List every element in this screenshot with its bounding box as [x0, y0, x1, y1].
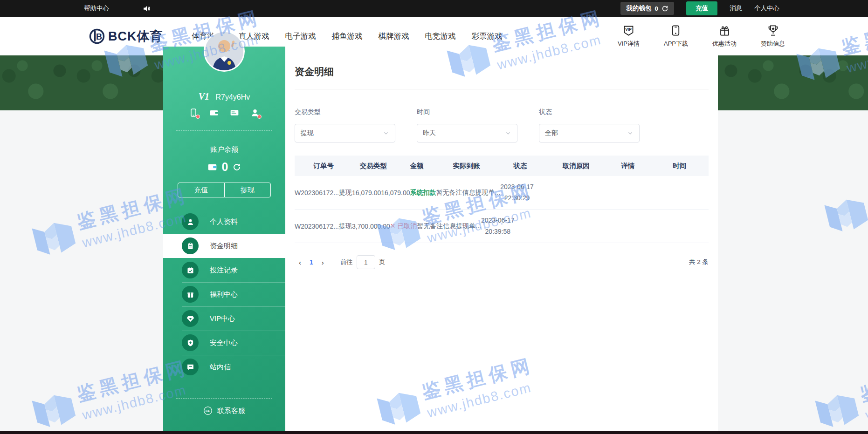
- balance-wallet-icon: [207, 162, 217, 172]
- prev-page-button[interactable]: ‹: [295, 258, 305, 266]
- funds-detail-panel: 资金明细 交易类型 提现 时间 昨天 状态: [285, 50, 718, 431]
- phone-verified-icon[interactable]: [189, 108, 198, 117]
- site-logo[interactable]: B BCK体育: [89, 28, 163, 45]
- next-page-button[interactable]: ›: [317, 258, 328, 266]
- amount: 3,700.00: [352, 223, 378, 230]
- detail-link[interactable]: 提现单...: [475, 189, 501, 197]
- security-shield-icon: [182, 334, 199, 351]
- sidebar-item-label: 站内信: [210, 363, 231, 372]
- sidebar-item-profile[interactable]: 个人资料: [163, 210, 285, 234]
- vip-diamond-icon: [182, 310, 199, 327]
- detail-link[interactable]: 提现单...: [456, 222, 481, 231]
- time: 22:30:29: [500, 193, 534, 203]
- time: 20:39:58: [481, 226, 515, 237]
- app-download-icon: [669, 24, 682, 37]
- nav-fishing[interactable]: 捕鱼游戏: [332, 31, 363, 41]
- nav-slots[interactable]: 电子游戏: [285, 31, 316, 41]
- transaction-type: 提现: [339, 222, 352, 231]
- funds-table: 订单号 交易类型 金额 实际到账 状态 取消原因 详情 时间 W20230617…: [295, 156, 709, 243]
- messages-link[interactable]: 消息: [730, 4, 742, 13]
- sidebar-item-bet-records[interactable]: 投注记录: [163, 258, 285, 282]
- status-badge: 系统扣款: [410, 189, 436, 197]
- filters-row: 交易类型 提现 时间 昨天 状态 全部: [295, 108, 709, 142]
- actual-amount: 0.00: [377, 223, 390, 230]
- filter-time: 时间 昨天: [417, 108, 517, 142]
- watermark: 鉴黑担保网www.jhdb8.com: [818, 158, 868, 241]
- sidebar-divider: [176, 398, 272, 399]
- sidebar-item-welfare[interactable]: 福利中心: [163, 282, 285, 306]
- sponsor-info-item[interactable]: 赞助信息: [761, 24, 785, 48]
- total-count: 共 2 条: [689, 258, 709, 266]
- vip-level-badge: V1: [199, 91, 209, 102]
- recharge-button[interactable]: 充值: [686, 1, 717, 15]
- nav-esports[interactable]: 电竞游戏: [425, 31, 456, 41]
- balance-actions: 充值 提现: [178, 183, 271, 197]
- bet-record-icon: [182, 262, 199, 278]
- sidebar-item-label: 安全中心: [210, 339, 238, 347]
- nav-lottery[interactable]: 彩票游戏: [472, 31, 503, 41]
- chevron-down-icon: [505, 130, 511, 136]
- refresh-wallet-icon[interactable]: [661, 5, 668, 12]
- actual-amount: 16,079.00: [381, 189, 410, 197]
- select-value: 昨天: [423, 129, 436, 137]
- help-center-link[interactable]: 帮助中心: [84, 4, 109, 13]
- my-wallet-pill[interactable]: 我的钱包 0: [620, 2, 674, 15]
- sidebar-item-label: 个人资料: [210, 217, 238, 226]
- col-header: 交易类型: [352, 162, 394, 170]
- sidebar-divider: [176, 130, 272, 131]
- logo-b-icon: B: [89, 28, 105, 45]
- sidebar-item-vip-center[interactable]: VIP中心: [163, 306, 285, 331]
- order-number: W202306172...: [295, 223, 339, 230]
- user-row: V1 R7y4y6Hv: [163, 91, 285, 102]
- speaker-icon[interactable]: [143, 5, 151, 13]
- refresh-balance-icon[interactable]: [233, 163, 241, 171]
- identity-verified-icon[interactable]: [250, 108, 260, 117]
- vip-detail-item[interactable]: VIP VIP详情: [618, 24, 640, 48]
- inbox-message-icon: [182, 359, 199, 375]
- nav-cards[interactable]: 棋牌游戏: [379, 31, 409, 41]
- promotions-item[interactable]: 优惠活动: [712, 24, 737, 48]
- topbar: 帮助中心 我的钱包 0 充值 消息 个人中心: [0, 0, 868, 17]
- wallet-bind-icon[interactable]: [209, 108, 219, 117]
- app-download-item[interactable]: APP下载: [664, 24, 688, 48]
- contact-support[interactable]: 24 联系客服: [163, 406, 285, 415]
- page-number-1[interactable]: 1: [305, 258, 317, 266]
- col-header: 时间: [651, 162, 709, 170]
- logo-text: BCK体育: [108, 28, 163, 45]
- person-icon: [182, 213, 199, 230]
- sidebar-item-inbox[interactable]: 站内信: [163, 355, 285, 379]
- filter-label: 时间: [417, 108, 517, 116]
- nav-live[interactable]: 真人游戏: [239, 31, 269, 41]
- cancel-reason: 暂无备注信息: [417, 222, 456, 231]
- quick-label: APP下载: [664, 40, 688, 48]
- sidebar-recharge-button[interactable]: 充值: [178, 183, 224, 197]
- sidebar-item-label: 资金明细: [210, 242, 238, 251]
- sidebar-item-funds-detail[interactable]: 资金明细: [163, 234, 285, 258]
- time-select[interactable]: 昨天: [417, 124, 517, 142]
- balance-amount: 0: [222, 160, 228, 174]
- col-header: 订单号: [295, 162, 352, 170]
- quick-label: 赞助信息: [761, 40, 785, 48]
- verification-icons-row: [163, 108, 285, 117]
- sidebar-item-label: VIP中心: [210, 314, 235, 323]
- col-header: 实际到账: [440, 162, 493, 170]
- goto-page-input[interactable]: [357, 255, 375, 269]
- sidebar-withdraw-button[interactable]: 提现: [224, 183, 271, 197]
- status-select[interactable]: 全部: [539, 124, 640, 142]
- support-24h-icon: 24: [203, 406, 213, 415]
- transaction-type-select[interactable]: 提现: [295, 124, 395, 142]
- cancel-x-icon: ✕: [390, 222, 396, 230]
- date: 2023-06-17: [481, 215, 515, 226]
- vip-icon: VIP: [622, 24, 635, 37]
- promo-gift-icon: [718, 24, 731, 37]
- page-title: 资金明细: [295, 65, 709, 78]
- filter-label: 交易类型: [295, 108, 395, 116]
- transaction-type: 提现: [339, 189, 352, 197]
- amount: 16,079.00: [352, 189, 381, 197]
- profile-center-link[interactable]: 个人中心: [754, 4, 779, 13]
- nav-quick-items: VIP VIP详情 APP下载: [618, 24, 785, 48]
- bank-card-icon[interactable]: [230, 108, 239, 117]
- sidebar-item-security-center[interactable]: 安全中心: [163, 331, 285, 355]
- welfare-gift-icon: [182, 286, 199, 303]
- sidebar-menu: 个人资料 资金明细 投注记录: [163, 210, 285, 379]
